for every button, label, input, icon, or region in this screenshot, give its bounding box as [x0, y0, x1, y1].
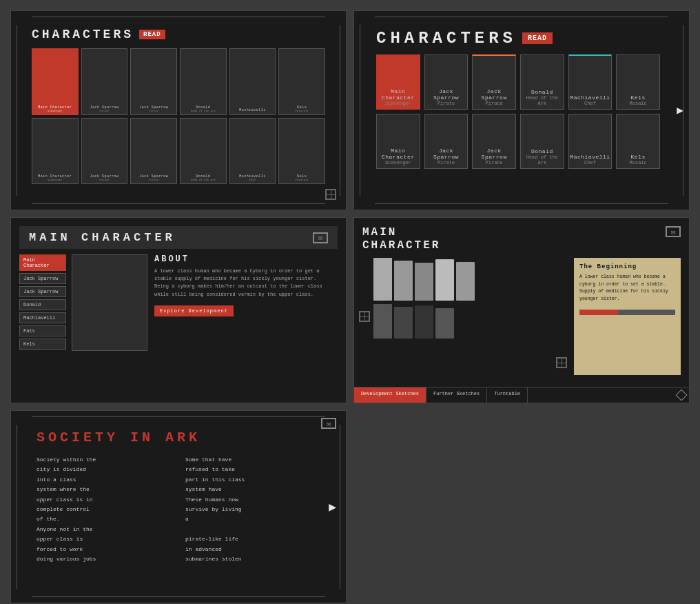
- char-card[interactable]: Machiavelli Chef: [229, 118, 276, 185]
- char-grid-row2-large: Main Character Scavenger Jack Sparrow Pi…: [376, 114, 660, 169]
- panel4-title: MAINCHARACTER: [362, 226, 440, 252]
- tab-dev-sketches[interactable]: Development Sketches: [354, 387, 426, 403]
- society-col1: Society within the city is divided into …: [37, 455, 168, 564]
- char-card[interactable]: Main Character Scavenger: [32, 48, 79, 115]
- char-card-large[interactable]: Kels Mosaic: [616, 114, 660, 169]
- mc-content-left: Main Character Jack Sparrow Jack Sparrow…: [19, 254, 338, 351]
- characters-panel-large: CHARACTERS Read Main Character Scavenger…: [353, 10, 690, 210]
- char-card-large[interactable]: Donald Head of the Ark: [520, 54, 564, 110]
- explore-development-btn[interactable]: Explore Development: [154, 305, 234, 316]
- sidebar-item-jack1[interactable]: Jack Sparrow: [19, 273, 66, 284]
- panel2-title: CHARACTERS Read: [376, 29, 660, 48]
- characters-panel-small: CHARACTERS Read Main Character Scavenger…: [10, 10, 347, 210]
- corner-icon-1: [325, 189, 336, 200]
- figure-7: [394, 307, 413, 339]
- story-title: The Beginning: [579, 263, 675, 270]
- about-text: A lower class human who became a Cyborg …: [154, 268, 338, 299]
- char-card[interactable]: Donald Head of the Ark: [180, 118, 227, 185]
- figure-5: [456, 262, 475, 301]
- mc-right-content: The Beginning A lower class human who be…: [362, 258, 681, 375]
- char-card-large[interactable]: Main Character Scavenger: [376, 54, 420, 110]
- char-grid-row2-small: Main Character Scavenger Jack Sparrow Pi…: [32, 118, 325, 185]
- char-image-box: [72, 254, 147, 351]
- figure-9: [435, 308, 454, 339]
- char-card[interactable]: Jack Sparrow Pirate: [130, 48, 177, 115]
- nav-crosshair-right[interactable]: [556, 357, 567, 368]
- char-card[interactable]: Kels Futurist: [278, 118, 325, 185]
- char-card-large[interactable]: Jack Sparrow Pirate: [424, 114, 469, 169]
- tab-diamond-icon: [676, 390, 688, 401]
- char-card[interactable]: Jack Sparrow Pirate: [130, 118, 177, 185]
- char-card-large[interactable]: Jack Sparrow Pirate: [472, 114, 516, 169]
- society-columns: Society within the city is divided into …: [37, 455, 317, 564]
- tab-turntable[interactable]: Turntable: [487, 387, 528, 403]
- empty-panel-6: [353, 410, 690, 603]
- next-arrow-panel2[interactable]: ▶: [677, 103, 683, 117]
- sidebar-item-mach[interactable]: Machiavelli: [19, 312, 66, 323]
- char-card-large[interactable]: Kels Mosaic: [616, 54, 660, 110]
- char-detail-area: ABOUT A lower class human who became a C…: [72, 254, 338, 351]
- sidebar-chars: Main Character Jack Sparrow Jack Sparrow…: [19, 254, 66, 351]
- sidebar-item-main[interactable]: Main Character: [19, 254, 66, 271]
- main-character-panel-right: MAINCHARACTER ✉: [353, 217, 690, 403]
- tab-further-sketches[interactable]: Further Sketches: [426, 387, 487, 403]
- society-nav-arrow[interactable]: ▶: [329, 499, 336, 514]
- read-badge-1: Read: [139, 30, 165, 39]
- story-text: A lower class human who became a cyborg …: [579, 274, 675, 303]
- char-grid-row1-large: Main Character Scavenger Jack Sparrow Pi…: [376, 54, 660, 110]
- society-content-wrapper: SOCIETY IN ARK Society within the city i…: [19, 419, 338, 574]
- figure-8: [415, 305, 433, 339]
- progress-bar-container: [579, 310, 675, 315]
- sidebar-item-donald[interactable]: Donald: [19, 299, 66, 310]
- main-character-panel-left: MAIN CHARACTER ✉ Main Character Jack Spa…: [10, 217, 347, 403]
- char-card-large[interactable]: Main Character Scavenger: [376, 114, 420, 169]
- char-card-large[interactable]: Donald Head of the Ark: [520, 114, 564, 169]
- about-title: ABOUT: [154, 254, 338, 264]
- char-card-large[interactable]: Jack Sparrow Pirate: [472, 54, 516, 110]
- panel3-title: MAIN CHARACTER: [29, 231, 176, 244]
- char-card-large[interactable]: Jack Sparrow Pirate: [424, 54, 469, 110]
- envelope-icon-right[interactable]: ✉: [666, 226, 681, 237]
- nav-crosshair-left[interactable]: [359, 311, 370, 322]
- panel1-title: CHARACTERS Read: [32, 28, 325, 41]
- char-card[interactable]: Main Character Scavenger: [32, 118, 79, 185]
- char-card[interactable]: Jack Sparrow Pirate: [81, 48, 128, 115]
- char-card-large[interactable]: Machiavelli Chef: [568, 54, 612, 110]
- society-panel: ✉ SOCIETY IN ARK Society within the city…: [10, 410, 347, 603]
- progress-bar: [579, 310, 618, 315]
- figure-1: [373, 258, 392, 301]
- char-grid-row1-small: Main Character Scavenger Jack Sparrow Pi…: [32, 48, 325, 115]
- figures-row-1: [373, 258, 567, 301]
- story-box: The Beginning A lower class human who be…: [574, 258, 681, 375]
- sidebar-item-kels[interactable]: Kels: [19, 339, 66, 350]
- mc-header-left: MAIN CHARACTER ✉: [19, 226, 338, 249]
- figure-3: [415, 263, 433, 301]
- figure-6: [373, 304, 392, 339]
- envelope-icon-society[interactable]: ✉: [321, 418, 336, 429]
- society-col2: Some that have refused to take part in t…: [185, 455, 317, 564]
- char-card[interactable]: Jack Sparrow Pirate: [81, 118, 128, 185]
- char-card[interactable]: Donald Head of the Ark: [180, 48, 227, 115]
- mc-header-right: MAINCHARACTER ✉: [362, 226, 681, 252]
- char-card[interactable]: Kels Futurist: [278, 48, 325, 115]
- figure-2: [394, 261, 413, 301]
- tab-icon: [674, 387, 689, 403]
- figures-row-2: [373, 304, 567, 339]
- envelope-icon-left[interactable]: ✉: [313, 232, 328, 243]
- about-section: ABOUT A lower class human who became a C…: [154, 254, 338, 351]
- sidebar-item-jack2[interactable]: Jack Sparrow: [19, 286, 66, 297]
- figures-area: [362, 258, 567, 375]
- sidebar-item-fats[interactable]: Fats: [19, 325, 66, 336]
- char-card[interactable]: Machiavelli: [229, 48, 276, 115]
- read-badge-2: Read: [522, 32, 553, 44]
- char-card-large[interactable]: Machiavelli Chef: [568, 114, 612, 169]
- bottom-tabs: Development Sketches Further Sketches Tu…: [354, 387, 689, 403]
- society-title: SOCIETY IN ARK: [37, 430, 317, 445]
- figure-4: [435, 259, 454, 301]
